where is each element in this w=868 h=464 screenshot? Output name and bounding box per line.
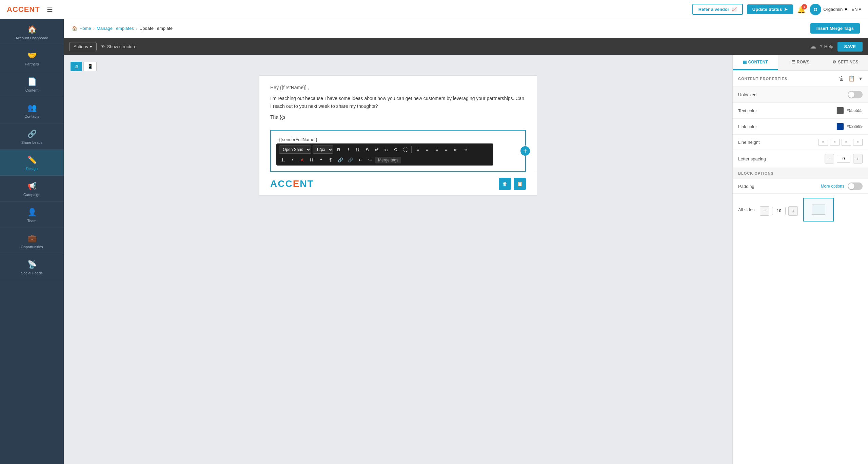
update-status-button[interactable]: Update Status ➤ [747,4,793,14]
blockquote-button[interactable]: ❝ [317,156,325,163]
user-avatar-area[interactable]: O Orgadmin ▾ [810,4,847,15]
padding-decrease-button[interactable]: − [760,206,769,216]
line-height-loose-button[interactable]: ≡ [853,139,863,146]
content-properties-header: CONTENT PROPERTIES 🗑 📋 ▾ [733,71,868,87]
sidebar-item-design[interactable]: ✏️ Design [0,150,64,176]
more-options-toggle[interactable] [848,182,863,190]
delete-properties-button[interactable]: 🗑 [838,75,845,82]
undo-button[interactable]: ↩ [356,156,364,163]
padding-diagram [803,198,834,221]
indent-less-button[interactable]: ⇤ [452,146,460,153]
sidebar-item-social-feeds[interactable]: 📡 Social Feeds [0,254,64,280]
campaign-icon: 📢 [27,182,37,191]
align-right-button[interactable]: ≡ [433,146,441,153]
link-color-swatch[interactable] [836,123,844,130]
padding-input[interactable] [772,207,786,215]
desktop-view-button[interactable]: 🖥 [71,62,82,71]
copy-properties-button[interactable]: 📋 [848,75,856,82]
tab-settings[interactable]: ⚙ SETTINGS [823,55,868,70]
bold-button[interactable]: B [335,146,343,153]
breadcrumb-manage-templates-link[interactable]: Manage Templates [97,26,134,31]
actions-button[interactable]: Actions ▾ [69,42,97,51]
strikethrough-button[interactable]: S [363,146,371,153]
fullscreen-button[interactable]: ⛶ [401,146,409,153]
indent-more-button[interactable]: ⇥ [461,146,469,153]
language-selector[interactable]: EN ▾ [851,7,861,12]
line-height-tight-button[interactable]: ≡ [818,139,828,146]
special-char-button[interactable]: Ω [392,146,400,153]
font-size-select[interactable]: 12px [313,146,333,154]
pilcrow-button[interactable]: ¶ [327,156,335,163]
font-family-select[interactable]: Open Sans [279,146,311,154]
sidebar-item-content[interactable]: 📄 Content [0,71,64,97]
collapse-properties-button[interactable]: ▾ [859,75,863,82]
unlocked-toggle[interactable] [848,91,863,98]
align-left-button[interactable]: ≡ [414,146,422,153]
link-button[interactable]: 🔗 [336,156,345,163]
show-structure-button[interactable]: 👁 Show structure [101,44,137,49]
copy-block-button[interactable]: 📋 [514,178,526,190]
tab-content[interactable]: ▦ CONTENT [733,55,778,70]
unordered-list-button[interactable]: • [289,156,297,163]
toggle-knob-2 [848,183,854,189]
sidebar-item-share-leads[interactable]: 🔗 Share Leads [0,123,64,150]
sidebar-item-account-dashboard[interactable]: 🏠 Account Dashboard [0,19,64,45]
logo-actions: 🗑 📋 [499,178,526,190]
refer-vendor-button[interactable]: Refer a vendor 📈 [692,4,743,15]
opportunities-icon: 💼 [27,234,37,243]
notification-bell[interactable]: 🔔 5 [797,5,806,14]
font-color-button[interactable]: A [298,156,306,163]
email-canvas-wrapper: 🖥 📱 Open Sans 12px B I U [64,55,732,464]
align-center-button[interactable]: ≡ [423,146,431,153]
sidebar-item-campaign[interactable]: 📢 Campaign [0,176,64,202]
settings-tab-icon: ⚙ [832,60,836,64]
editor-body: 🖥 📱 Open Sans 12px B I U [64,55,868,464]
padding-increase-button[interactable]: + [788,206,798,216]
line-height-relaxed-button[interactable]: ≡ [842,139,851,146]
merge-tags-button[interactable]: Merge tags [375,157,401,163]
save-button[interactable]: SAVE [837,42,863,52]
text-color-swatch[interactable] [836,107,844,114]
redo-button[interactable]: ↪ [366,156,374,163]
letter-spacing-increase-button[interactable]: + [853,154,863,163]
sidebar-item-contacts[interactable]: 👥 Contacts [0,97,64,123]
padding-label: Padding [738,184,754,189]
hamburger-menu[interactable]: ☰ [47,5,53,14]
link-color-label: Link color [738,124,757,129]
notification-badge: 5 [802,4,807,9]
letter-spacing-decrease-button[interactable]: − [825,154,834,163]
unlocked-label: Unlocked [738,92,756,97]
sidebar-item-opportunities[interactable]: 💼 Opportunities [0,228,64,254]
italic-button[interactable]: I [344,146,352,153]
add-content-button[interactable]: + [520,146,531,156]
breadcrumb-current: Update Template [139,26,173,31]
superscript-button[interactable]: x² [373,146,381,153]
underline-button[interactable]: U [354,146,362,153]
delete-block-button[interactable]: 🗑 [499,178,511,190]
rows-tab-icon: ☰ [791,60,795,64]
insert-merge-tags-button[interactable]: Insert Merge Tags [810,23,860,34]
letter-spacing-input[interactable] [837,155,850,163]
mobile-view-button[interactable]: 📱 [83,62,97,71]
subscript-button[interactable]: x₂ [382,146,390,153]
handshake-icon: 🤝 [27,51,37,60]
ordered-list-button[interactable]: 1. [279,156,287,163]
top-navigation: ACCENT ☰ Refer a vendor 📈 Update Status … [0,0,868,19]
line-height-label: Line height [738,140,760,145]
more-options-link[interactable]: More options [821,184,844,189]
help-button[interactable]: ? Help [820,44,833,49]
breadcrumb-home-link[interactable]: Home [79,26,91,31]
link-color-row: Link color #033e99 [733,119,868,135]
sidebar-item-team[interactable]: 👤 Team [0,202,64,228]
highlight-button[interactable]: H [308,156,316,163]
line-height-normal-button[interactable]: ≡ [830,139,840,146]
unlink-button[interactable]: 🔗 [346,156,355,163]
home-icon: 🏠 [27,25,37,34]
toolbar-right: ☁ ? Help SAVE [810,42,863,52]
panel-tabs: ▦ CONTENT ☰ ROWS ⚙ SETTINGS [733,55,868,71]
cloud-upload-icon[interactable]: ☁ [810,43,816,50]
align-justify-button[interactable]: ≡ [442,146,450,153]
sidebar-item-partners[interactable]: 🤝 Partners [0,45,64,71]
eye-icon: 👁 [101,44,105,49]
tab-rows[interactable]: ☰ ROWS [778,55,823,70]
